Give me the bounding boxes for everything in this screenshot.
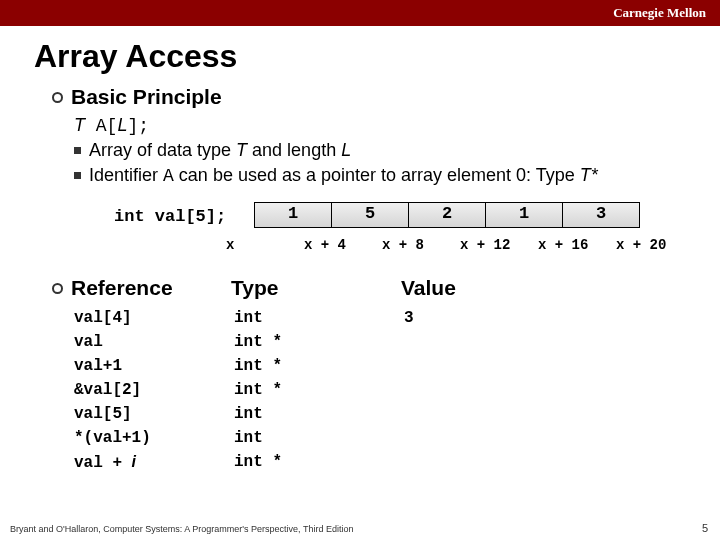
code: A <box>163 166 174 186</box>
col-head-type: Type <box>231 276 401 300</box>
type-cell: int <box>234 306 404 330</box>
ref-cell: val <box>74 330 234 354</box>
col-head-value: Value <box>401 276 521 300</box>
array-decl: int val[5]; <box>114 206 226 229</box>
col-head-reference: Reference <box>71 276 231 300</box>
em: T* <box>580 165 598 185</box>
em: L <box>341 140 351 160</box>
array-cell: 2 <box>408 202 486 228</box>
decl-end: ]; <box>127 116 149 136</box>
decl-L: L <box>117 115 127 135</box>
page-number: 5 <box>702 522 708 534</box>
section-reference: Reference Type Value <box>52 276 676 302</box>
addr: x <box>226 236 304 255</box>
type-cell: int <box>234 426 404 450</box>
sub-bullet: Identifier A can be used as a pointer to… <box>74 163 676 188</box>
array-cells: 1 5 2 1 3 <box>254 202 640 228</box>
value-cell: 3 <box>404 306 524 330</box>
top-banner: Carnegie Mellon <box>0 0 720 26</box>
t: Array of data type <box>89 140 236 160</box>
array-cell: 1 <box>254 202 332 228</box>
t: val + <box>74 454 132 472</box>
address-row: x x + 4 x + 8 x + 12 x + 16 x + 20 <box>226 236 694 255</box>
decl-T: T <box>74 115 85 135</box>
ital-i: i <box>132 453 136 470</box>
sub-bullet: Array of data type T and length L <box>74 138 676 162</box>
array-cell: 1 <box>485 202 563 228</box>
brand-text: Carnegie Mellon <box>613 5 706 21</box>
addr: x + 16 <box>538 236 616 255</box>
addr: x + 12 <box>460 236 538 255</box>
sub-bullet-text: Identifier A can be used as a pointer to… <box>89 163 598 188</box>
ref-cell: val+1 <box>74 354 234 378</box>
type-cell: int * <box>234 330 404 354</box>
footer-credit: Bryant and O'Hallaron, Computer Systems:… <box>10 524 353 534</box>
col-reference: val[4] val val+1 &val[2] val[5] *(val+1)… <box>74 306 234 475</box>
type-cell: int * <box>234 354 404 378</box>
ref-cell: val[4] <box>74 306 234 330</box>
ref-cell: val + i <box>74 450 234 475</box>
reference-section: Reference Type Value val[4] val val+1 &v… <box>52 276 676 475</box>
slide-title: Array Access <box>0 26 720 85</box>
section-basic-principle: Basic Principle <box>52 85 676 109</box>
addr: x + 8 <box>382 236 460 255</box>
em: T <box>236 140 247 160</box>
type-cell: int <box>234 402 404 426</box>
col-type: int int * int * int * int int int * <box>234 306 404 475</box>
type-cell: int * <box>234 378 404 402</box>
sub-bullet-text: Array of data type T and length L <box>89 138 351 162</box>
ref-cell: &val[2] <box>74 378 234 402</box>
decl-A: A[ <box>85 116 117 136</box>
column-heads: Reference Type Value <box>71 276 676 302</box>
ring-bullet-icon <box>52 283 63 294</box>
principle-block: T A[L]; Array of data type T and length … <box>52 113 676 268</box>
col-value: 3 <box>404 306 524 475</box>
square-bullet-icon <box>74 172 81 179</box>
array-cell: 3 <box>562 202 640 228</box>
square-bullet-icon <box>74 147 81 154</box>
addr: x + 20 <box>616 236 694 255</box>
reference-table: val[4] val val+1 &val[2] val[5] *(val+1)… <box>52 306 676 475</box>
array-cell: 5 <box>331 202 409 228</box>
addr: x + 4 <box>304 236 382 255</box>
slide-content: Basic Principle T A[L]; Array of data ty… <box>0 85 720 475</box>
array-declaration-generic: T A[L]; <box>74 113 676 138</box>
t: and length <box>247 140 341 160</box>
ref-cell: val[5] <box>74 402 234 426</box>
array-figure: int val[5]; 1 5 2 1 3 x x + 4 x + 8 x + … <box>114 202 674 268</box>
t: Identifier <box>89 165 163 185</box>
section-heading: Basic Principle <box>71 85 222 109</box>
ref-cell: *(val+1) <box>74 426 234 450</box>
t: can be used as a pointer to array elemen… <box>174 165 580 185</box>
type-cell: int * <box>234 450 404 474</box>
ring-bullet-icon <box>52 92 63 103</box>
